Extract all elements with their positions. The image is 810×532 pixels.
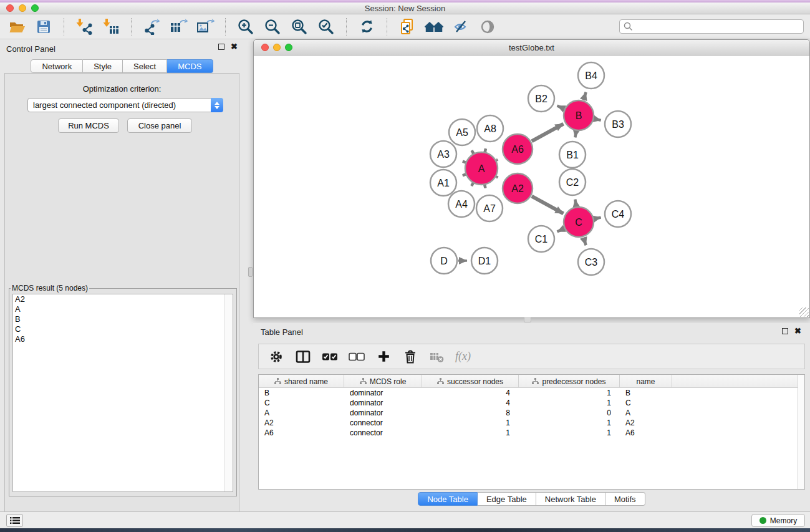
edge-C-C2[interactable]: [575, 200, 576, 206]
hide-selected-icon[interactable]: [451, 17, 470, 36]
tab-node-table[interactable]: Node Table: [418, 492, 478, 506]
result-scrollbar[interactable]: [224, 294, 233, 491]
column-header-successor-nodes[interactable]: successor nodes: [422, 375, 519, 388]
zoom-fit-icon[interactable]: [290, 17, 309, 36]
zoom-selected-icon[interactable]: [317, 17, 335, 36]
edge-A-A1[interactable]: [463, 175, 465, 175]
mcds-result-title: MCDS result (5 nodes): [11, 284, 89, 293]
table-scrollbar[interactable]: [798, 375, 804, 489]
node-table-body: Bdominator41BCdominator41CAdominator80AA…: [259, 388, 804, 438]
tab-network-table[interactable]: Network Table: [536, 492, 605, 506]
tab-style[interactable]: Style: [83, 59, 123, 73]
edge-B-B2[interactable]: [557, 105, 564, 109]
toggle-panel-split-icon[interactable]: [294, 348, 312, 365]
control-panel-tabs: NetworkStyleSelectMCDS: [0, 59, 244, 73]
table-cell: 0: [519, 408, 620, 418]
network-canvas[interactable]: B4B2BB3A5A8A6B1A3AA1C2A2A4A7C4CC1C3DD1: [254, 56, 809, 317]
edge-A-A2[interactable]: [497, 177, 498, 178]
table-row[interactable]: Adominator80A: [259, 408, 804, 418]
edge-A-A8[interactable]: [485, 148, 486, 151]
network-window-titlebar[interactable]: testGlobe.txt: [254, 40, 809, 56]
run-mcds-button[interactable]: Run MCDS: [58, 118, 119, 133]
refresh-layout-icon[interactable]: [357, 17, 376, 36]
edge-B-B1[interactable]: [575, 132, 576, 138]
edge-C-C1[interactable]: [557, 229, 564, 232]
table-row[interactable]: Cdominator41C: [259, 398, 804, 408]
neighbors-icon[interactable]: [425, 17, 443, 36]
close-panel-icon[interactable]: ✖: [231, 44, 238, 50]
delete-table-icon[interactable]: [428, 348, 446, 365]
column-header-predecessor-nodes[interactable]: predecessor nodes: [519, 375, 620, 388]
table-settings-icon[interactable]: [268, 348, 285, 365]
column-header-shared-name[interactable]: shared name: [259, 375, 344, 388]
tab-mcds[interactable]: MCDS: [167, 59, 213, 73]
close-panel-button[interactable]: Close panel: [127, 118, 192, 133]
open-file-icon[interactable]: [7, 17, 26, 36]
control-panel: Control Panel ✖ NetworkStyleSelectMCDS O…: [0, 39, 244, 511]
node-label-B2: B2: [535, 94, 547, 104]
zoom-out-icon[interactable]: [263, 17, 282, 36]
show-all-icon[interactable]: [478, 17, 497, 36]
tab-select[interactable]: Select: [123, 59, 167, 73]
search-input[interactable]: [619, 19, 804, 34]
export-network-icon[interactable]: [142, 17, 161, 36]
float-table-panel-icon[interactable]: [782, 328, 788, 334]
add-column-icon[interactable]: [375, 348, 392, 365]
edge-A6-B[interactable]: [532, 124, 564, 142]
function-builder-icon[interactable]: f(x): [455, 350, 471, 363]
column-header-name[interactable]: name: [620, 375, 672, 388]
table-row[interactable]: A2connector11A2: [259, 418, 804, 428]
mcds-result-list[interactable]: A2ABCA6: [12, 294, 233, 492]
table-row[interactable]: A6connector11A6: [259, 428, 804, 438]
mcds-result-item[interactable]: A6: [13, 334, 233, 344]
edge-A2-C[interactable]: [532, 196, 564, 214]
zoom-in-icon[interactable]: [236, 17, 255, 36]
vertical-splitter-handle[interactable]: [248, 267, 253, 277]
table-toolbar: f(x): [258, 344, 805, 369]
table-cell: 4: [422, 388, 519, 398]
delete-columns-icon[interactable]: [402, 348, 419, 365]
mcds-result-item[interactable]: C: [13, 324, 233, 334]
memory-button[interactable]: Memory: [751, 514, 805, 527]
table-cell: A: [620, 408, 672, 418]
edge-A-A3[interactable]: [463, 162, 465, 162]
edge-A-A7[interactable]: [485, 185, 486, 188]
task-history-button[interactable]: [6, 514, 23, 527]
export-image-icon[interactable]: [196, 17, 215, 36]
import-network-icon[interactable]: [75, 17, 94, 36]
network-view-window: testGlobe.txt B4B2BB3A5A8A6B1A3AA1C2A2A4…: [253, 39, 810, 318]
table-cell: A2: [259, 418, 344, 428]
toolbar-separator: [131, 18, 132, 36]
edge-B-B4[interactable]: [584, 92, 586, 100]
network-graph: B4B2BB3A5A8A6B1A3AA1C2A2A4A7C4CC1C3DD1: [254, 56, 809, 317]
edge-A-A4[interactable]: [471, 183, 473, 186]
mcds-result-item[interactable]: A: [13, 304, 233, 314]
criterion-dropdown[interactable]: largest connected component (directed): [27, 98, 223, 112]
deselect-all-icon[interactable]: [348, 348, 365, 365]
edge-A-A5[interactable]: [472, 150, 473, 153]
close-table-panel-icon[interactable]: ✖: [794, 328, 801, 334]
column-label: MCDS role: [370, 377, 407, 386]
search-icon: [624, 22, 633, 34]
import-table-icon[interactable]: [102, 17, 120, 36]
edge-C-C4[interactable]: [594, 218, 600, 219]
edge-C-C3[interactable]: [584, 238, 586, 245]
mcds-result-item[interactable]: B: [13, 314, 233, 324]
tab-edge-table[interactable]: Edge Table: [478, 492, 536, 506]
horizontal-splitter-handle[interactable]: [524, 317, 531, 322]
export-table-icon[interactable]: [169, 17, 188, 36]
table-cell: 1: [422, 418, 519, 428]
mcds-result-item[interactable]: A2: [13, 294, 233, 304]
float-panel-icon[interactable]: [218, 44, 224, 50]
tab-motifs[interactable]: Motifs: [605, 492, 645, 506]
duplicate-network-icon[interactable]: [398, 17, 417, 36]
tab-network[interactable]: Network: [31, 59, 83, 73]
edge-B-B3[interactable]: [594, 119, 600, 120]
save-session-icon[interactable]: [34, 17, 53, 36]
table-row[interactable]: Bdominator41B: [259, 388, 804, 398]
toolbar-separator: [346, 18, 347, 36]
select-all-icon[interactable]: [321, 348, 339, 365]
search-field-wrap: [619, 19, 804, 34]
edge-A-A6[interactable]: [497, 160, 498, 160]
column-header-mcds-role[interactable]: MCDS role: [344, 375, 422, 388]
